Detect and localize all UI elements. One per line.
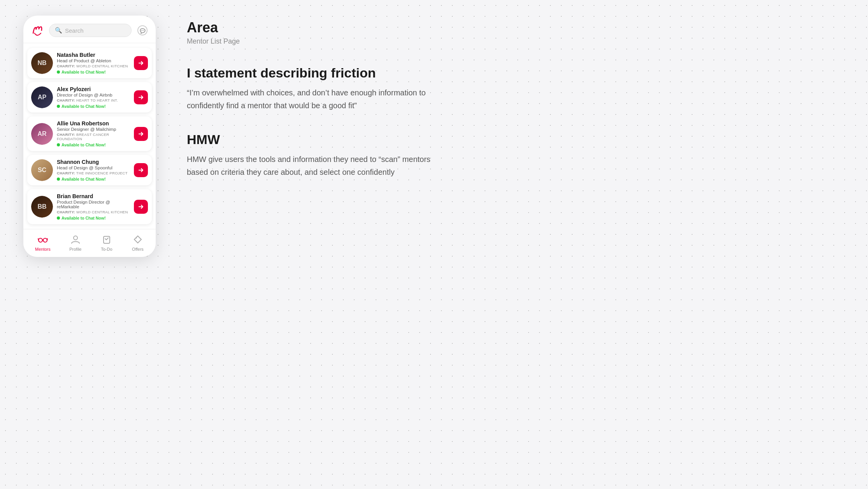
mentor-name: Alex Pylozeri (57, 86, 130, 92)
svg-point-2 (142, 30, 143, 31)
mentor-avatar: AR (31, 123, 53, 145)
search-label: Search (65, 27, 84, 34)
area-title: Area (187, 19, 452, 36)
phone-mockup: 🔍 Search NB Natasha Butler Head (23, 16, 156, 257)
nav-item-profile[interactable]: Profile (69, 233, 82, 252)
mentor-card[interactable]: SC Shannon Chung Head of Design @ Spoonf… (27, 155, 152, 185)
area-subtitle: Mentor List Page (187, 37, 452, 46)
search-icon: 🔍 (55, 27, 62, 34)
mentor-name: Allie Una Robertson (57, 120, 130, 127)
mentor-card[interactable]: BB Brian Bernard Product Design Director… (27, 189, 152, 224)
mentors-icon (37, 233, 49, 246)
mentor-card[interactable]: AP Alex Pylozeri Director of Design @ Ai… (27, 82, 152, 113)
svg-point-1 (141, 30, 142, 31)
todo-icon (100, 233, 113, 246)
bottom-nav: Mentors Profile To-Do Offers (23, 229, 156, 257)
search-bar[interactable]: 🔍 Search (49, 24, 132, 37)
available-badge: Available to Chat Now! (57, 142, 130, 147)
nav-item-to-do[interactable]: To-Do (100, 233, 113, 252)
profile-icon (69, 233, 82, 246)
svg-point-8 (135, 237, 137, 239)
nav-label: To-Do (101, 247, 112, 252)
mentor-info: Shannon Chung Head of Design @ Spoonful … (57, 159, 130, 181)
nav-label: Profile (69, 247, 81, 252)
nav-item-mentors[interactable]: Mentors (35, 233, 51, 252)
chat-icon-button[interactable] (135, 23, 149, 37)
availability-dot (57, 105, 60, 108)
nav-label: Mentors (35, 247, 51, 252)
mentor-arrow-button[interactable] (134, 163, 148, 177)
available-badge: Available to Chat Now! (57, 104, 130, 109)
available-badge: Available to Chat Now! (57, 216, 130, 220)
available-text: Available to Chat Now! (61, 104, 105, 109)
mentor-role: Head of Design @ Spoonful (57, 165, 130, 170)
availability-dot (57, 178, 60, 181)
nav-label: Offers (132, 247, 144, 252)
mentor-arrow-button[interactable] (134, 56, 148, 70)
mentor-card[interactable]: NB Natasha Butler Head of Product @ Able… (27, 48, 152, 78)
mentor-avatar: NB (31, 52, 53, 74)
right-content: Area Mentor List Page I statement descri… (187, 16, 452, 179)
nav-item-offers[interactable]: Offers (132, 233, 144, 252)
mentor-charity: CHARITY: World Central Kitchen (57, 210, 130, 214)
availability-dot (57, 70, 60, 74)
mentor-charity: CHARITY: World Central Kitchen (57, 64, 130, 68)
mentor-card[interactable]: AR Allie Una Robertson Senior Designer @… (27, 116, 152, 151)
phone-header: 🔍 Search (23, 16, 156, 43)
svg-point-6 (74, 236, 77, 240)
available-badge: Available to Chat Now! (57, 177, 130, 181)
page-container: 🔍 Search NB Natasha Butler Head (23, 16, 568, 257)
mentor-arrow-button[interactable] (134, 90, 148, 104)
availability-dot (57, 143, 60, 146)
available-text: Available to Chat Now! (61, 177, 105, 181)
available-text: Available to Chat Now! (61, 70, 105, 74)
mentor-name: Natasha Butler (57, 52, 130, 58)
friction-heading: I statement describing friction (187, 65, 452, 81)
area-section: Area Mentor List Page (187, 19, 452, 46)
mentor-role: Head of Product @ Ableton (57, 58, 130, 63)
mentor-info: Brian Bernard Product Design Director @ … (57, 193, 130, 220)
available-text: Available to Chat Now! (61, 216, 105, 220)
svg-point-5 (43, 238, 47, 242)
hmw-section: HMW HMW give users the tools and informa… (187, 132, 452, 179)
svg-point-4 (39, 238, 42, 242)
mentor-info: Natasha Butler Head of Product @ Ableton… (57, 52, 130, 74)
availability-dot (57, 216, 60, 220)
mentor-charity: CHARITY: The Innocence Project (57, 171, 130, 175)
hmw-body: HMW give users the tools and information… (187, 153, 452, 179)
mentor-avatar: AP (31, 86, 53, 108)
friction-section: I statement describing friction “I’m ove… (187, 65, 452, 112)
mentor-name: Brian Bernard (57, 193, 130, 199)
hmw-heading: HMW (187, 132, 452, 148)
offers-icon (132, 233, 144, 246)
mentor-name: Shannon Chung (57, 159, 130, 165)
available-badge: Available to Chat Now! (57, 70, 130, 74)
friction-body: “I’m overwhelmed with choices, and don’t… (187, 86, 452, 112)
mentor-role: Product Design Director @ reMarkable (57, 200, 130, 209)
mentor-arrow-button[interactable] (134, 200, 148, 214)
mentor-avatar: SC (31, 159, 53, 181)
mentor-role: Director of Design @ Airbnb (57, 93, 130, 97)
mentor-charity: CHARITY: Breast Cancer Foundation (57, 132, 130, 141)
mentor-role: Senior Designer @ Mailchimp (57, 127, 130, 132)
mentor-avatar: BB (31, 196, 53, 218)
mentor-arrow-button[interactable] (134, 127, 148, 141)
mentor-info: Allie Una Robertson Senior Designer @ Ma… (57, 120, 130, 147)
app-logo (30, 23, 45, 38)
mentor-charity: CHARITY: Heart to Heart Int. (57, 98, 130, 102)
svg-point-3 (143, 30, 144, 31)
mentor-info: Alex Pylozeri Director of Design @ Airbn… (57, 86, 130, 109)
available-text: Available to Chat Now! (61, 142, 105, 147)
mentor-list: NB Natasha Butler Head of Product @ Able… (23, 43, 156, 229)
